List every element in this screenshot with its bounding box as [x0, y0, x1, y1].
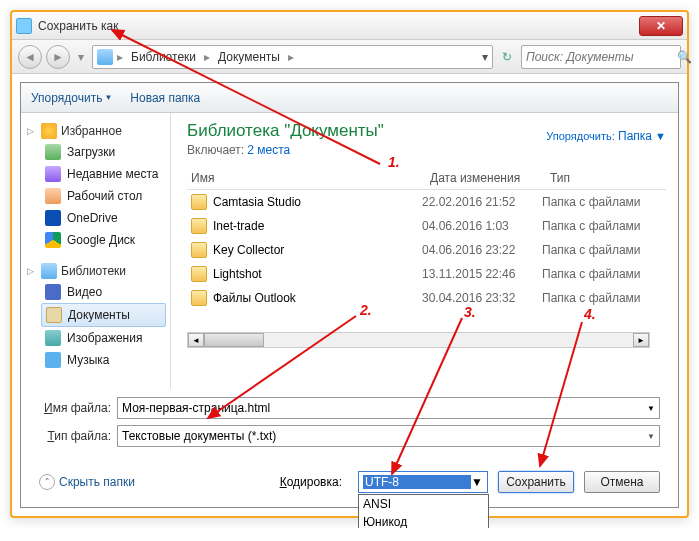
file-date: 04.06.2016 23:22: [422, 243, 542, 257]
close-button[interactable]: ✕: [639, 16, 683, 36]
encoding-dropdown: ANSIЮникодЮникод Big EndianUTF-8: [358, 494, 489, 528]
sidebar-item-label: Видео: [67, 285, 102, 299]
file-type: Папка с файлами: [542, 243, 662, 257]
img-icon: [45, 330, 61, 346]
annotation-4: 4.: [584, 306, 596, 322]
encoding-option[interactable]: ANSI: [359, 495, 488, 513]
folder-icon: [191, 266, 207, 282]
file-pane: Библиотека "Документы" Включает: 2 места…: [171, 113, 678, 389]
library-icon: [97, 49, 113, 65]
sort-dropdown[interactable]: Папка ▼: [618, 130, 666, 142]
sidebar-favorites-label: Избранное: [61, 124, 122, 138]
file-row[interactable]: Lightshot13.11.2015 22:46Папка с файлами: [187, 262, 666, 286]
horizontal-scrollbar[interactable]: ◄ ►: [187, 332, 650, 348]
filename-input[interactable]: [122, 401, 647, 415]
breadcrumb-item[interactable]: Документы: [214, 50, 284, 64]
folder-icon: [191, 218, 207, 234]
sidebar-item[interactable]: OneDrive: [27, 207, 166, 229]
library-icon: [41, 263, 57, 279]
sidebar-item[interactable]: Музыка: [27, 349, 166, 371]
breadcrumb[interactable]: ▸ Библиотеки ▸ Документы ▸ ▾: [92, 45, 493, 69]
col-type[interactable]: Тип: [546, 171, 666, 185]
cancel-button[interactable]: Отмена: [584, 471, 660, 493]
dropdown-icon: ▼: [471, 475, 483, 489]
app-icon: [16, 18, 32, 34]
sidebar-item-label: OneDrive: [67, 211, 118, 225]
col-name[interactable]: Имя: [187, 171, 426, 185]
filename-label: Имя файла:: [39, 401, 117, 415]
folder-icon: [191, 242, 207, 258]
filename-field[interactable]: ▼: [117, 397, 660, 419]
includes-line: Включает: 2 места: [187, 143, 384, 157]
one-icon: [45, 210, 61, 226]
col-date[interactable]: Дата изменения: [426, 171, 546, 185]
hide-folders-link[interactable]: ˄ Скрыть папки: [39, 474, 135, 490]
dl-icon: [45, 144, 61, 160]
file-row[interactable]: Key Collector04.06.2016 23:22Папка с фай…: [187, 238, 666, 262]
sidebar: ▷ Избранное ЗагрузкиНедавние местаРабочи…: [21, 113, 171, 389]
encoding-value: UTF-8: [363, 475, 471, 489]
breadcrumb-root[interactable]: Библиотеки: [127, 50, 200, 64]
refresh-button[interactable]: ↻: [497, 47, 517, 67]
nav-forward-button[interactable]: ►: [46, 45, 70, 69]
filetype-combo[interactable]: Текстовые документы (*.txt) ▼: [117, 425, 660, 447]
nav-history-dropdown[interactable]: ▾: [74, 46, 88, 68]
sidebar-item[interactable]: Документы: [41, 303, 166, 327]
sidebar-item[interactable]: Недавние места: [27, 163, 166, 185]
desk-icon: [45, 188, 61, 204]
file-name: Lightshot: [213, 267, 262, 281]
sidebar-item[interactable]: Google Диск: [27, 229, 166, 251]
filetype-value: Текстовые документы (*.txt): [122, 429, 276, 443]
sidebar-favorites-header[interactable]: ▷ Избранное: [27, 121, 166, 141]
encoding-option[interactable]: Юникод: [359, 513, 488, 528]
dropdown-icon[interactable]: ▼: [647, 404, 655, 413]
encoding-label: Кодировка:: [280, 475, 348, 489]
search-box[interactable]: 🔍: [521, 45, 681, 69]
save-button[interactable]: Сохранить: [498, 471, 574, 493]
chevron-icon: ▸: [117, 50, 123, 64]
file-name: Camtasia Studio: [213, 195, 301, 209]
new-folder-button[interactable]: Новая папка: [130, 91, 200, 105]
form-area: Имя файла: ▼ Тип файла: Текстовые докуме…: [21, 389, 678, 461]
toolbar: Упорядочить ▼ Новая папка: [21, 83, 678, 113]
sidebar-item-label: Музыка: [67, 353, 109, 367]
file-row[interactable]: Inet-trade04.06.2016 1:03Папка с файлами: [187, 214, 666, 238]
vid-icon: [45, 284, 61, 300]
sidebar-item[interactable]: Рабочий стол: [27, 185, 166, 207]
includes-link[interactable]: 2 места: [247, 143, 290, 157]
file-date: 13.11.2015 22:46: [422, 267, 542, 281]
sidebar-item-label: Изображения: [67, 331, 142, 345]
save-as-dialog: Сохранить как ✕ ◄ ► ▾ ▸ Библиотеки ▸ Док…: [10, 10, 689, 518]
breadcrumb-dropdown-icon[interactable]: ▾: [482, 50, 488, 64]
search-input[interactable]: [526, 50, 677, 64]
sidebar-item-label: Google Диск: [67, 233, 135, 247]
annotation-1: 1.: [388, 154, 400, 170]
annotation-3: 3.: [464, 304, 476, 320]
recent-icon: [45, 166, 61, 182]
scroll-thumb[interactable]: [204, 333, 264, 347]
pane-title: Библиотека "Документы": [187, 121, 384, 141]
file-type: Папка с файлами: [542, 267, 662, 281]
column-headers: Имя Дата изменения Тип: [187, 171, 666, 190]
filetype-label: Тип файла:: [39, 429, 117, 443]
organize-button[interactable]: Упорядочить ▼: [31, 91, 112, 105]
navbar: ◄ ► ▾ ▸ Библиотеки ▸ Документы ▸ ▾ ↻ 🔍: [12, 40, 687, 74]
file-row[interactable]: Camtasia Studio22.02.2016 21:52Папка с ф…: [187, 190, 666, 214]
nav-back-button[interactable]: ◄: [18, 45, 42, 69]
scroll-left-arrow[interactable]: ◄: [188, 333, 204, 347]
sidebar-item[interactable]: Видео: [27, 281, 166, 303]
file-date: 30.04.2016 23:32: [422, 291, 542, 305]
sidebar-item[interactable]: Загрузки: [27, 141, 166, 163]
sidebar-libraries-header[interactable]: ▷ Библиотеки: [27, 261, 166, 281]
mus-icon: [45, 352, 61, 368]
file-name: Файлы Outlook: [213, 291, 296, 305]
sidebar-item[interactable]: Изображения: [27, 327, 166, 349]
sidebar-item-label: Загрузки: [67, 145, 115, 159]
star-icon: [41, 123, 57, 139]
sidebar-item-label: Недавние места: [67, 167, 158, 181]
gdrive-icon: [45, 232, 61, 248]
scroll-right-arrow[interactable]: ►: [633, 333, 649, 347]
file-type: Папка с файлами: [542, 291, 662, 305]
chevron-icon: ▸: [288, 50, 294, 64]
encoding-combo[interactable]: UTF-8 ▼ ANSIЮникодЮникод Big EndianUTF-8: [358, 471, 488, 493]
